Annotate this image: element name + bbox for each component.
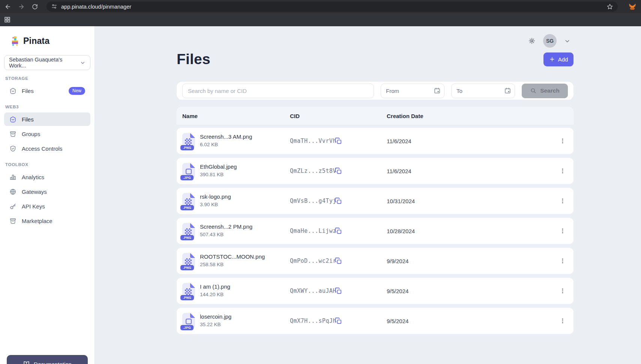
section-label-toolbox: TOOLBOX	[4, 156, 90, 170]
workspace-name: Sebastian Guaqueta's Work...	[9, 57, 80, 69]
files-icon	[9, 116, 17, 123]
section-label-storage: STORAGE	[4, 70, 90, 84]
column-header-name: Name	[182, 113, 198, 119]
copy-cid-button[interactable]	[335, 257, 342, 265]
copy-cid-button[interactable]	[335, 167, 342, 175]
table-header: Name CID Creation Date	[177, 107, 573, 125]
main-area: SG Files Add	[95, 26, 641, 364]
documentation-label: Documentation	[34, 361, 72, 364]
creation-date: 10/28/2024	[387, 228, 415, 234]
file-size: 3.90 KB	[200, 201, 231, 208]
creation-date: 10/31/2024	[387, 198, 415, 204]
back-icon[interactable]	[5, 3, 11, 10]
files-icon	[9, 87, 17, 94]
table-row[interactable]: .JPG losercoin.jpg 35.22 KB QmX7H...sPqJ…	[177, 308, 573, 334]
date-from-input[interactable]	[381, 84, 444, 98]
table-row[interactable]: .PNG Screensh...2 PM.png 507.43 KB QmaHe…	[177, 218, 573, 244]
file-type-icon: .PNG	[182, 193, 195, 209]
kebab-icon	[559, 318, 566, 324]
copy-icon	[335, 227, 342, 235]
sidebar-item-label: Access Controls	[22, 145, 62, 152]
file-name: Screensh...2 PM.png	[200, 223, 252, 231]
column-header-creation-date: Creation Date	[387, 113, 423, 119]
sidebar-item-label: Files	[22, 116, 34, 123]
copy-cid-button[interactable]	[335, 317, 342, 325]
row-menu-button[interactable]	[558, 286, 567, 296]
table-row[interactable]: .PNG rsk-logo.png 3.90 KB QmVsB...g4Tyj …	[177, 188, 573, 214]
table-row[interactable]: .PNG Screensh...3 AM.png 6.02 KB QmaTH..…	[177, 128, 573, 154]
sidebar-item-marketplace[interactable]: Marketplace	[4, 214, 90, 228]
search-input[interactable]	[182, 84, 374, 98]
file-size: 258.58 KB	[200, 261, 265, 268]
file-cid: QmXWY...auJAH	[290, 288, 336, 294]
file-name: I am (1).png	[200, 283, 230, 291]
copy-cid-button[interactable]	[335, 197, 342, 205]
bookmark-star-icon[interactable]	[606, 3, 613, 10]
copy-cid-button[interactable]	[335, 287, 342, 295]
row-menu-button[interactable]	[558, 316, 567, 326]
add-button-label: Add	[558, 56, 568, 63]
sidebar-item-files-web3[interactable]: Files	[4, 112, 90, 126]
file-type-icon: .PNG	[182, 283, 195, 299]
sidebar-item-label: API Keys	[22, 203, 45, 210]
address-bar[interactable]: app.pinata.cloud/pinmanager	[47, 1, 618, 12]
sidebar-item-files-storage[interactable]: Files New	[4, 84, 90, 97]
sidebar-item-label: Marketplace	[22, 218, 53, 224]
row-menu-button[interactable]	[558, 226, 567, 236]
file-ext-badge: .PNG	[180, 265, 194, 271]
kebab-icon	[559, 168, 566, 174]
copy-cid-button[interactable]	[335, 227, 342, 235]
row-menu-button[interactable]	[558, 166, 567, 176]
documentation-button[interactable]: Documentation	[7, 355, 88, 364]
metamask-extension-icon[interactable]	[628, 3, 636, 11]
forward-icon[interactable]	[18, 3, 25, 10]
box-icon	[9, 130, 17, 138]
plus-icon	[549, 56, 555, 62]
add-button[interactable]: Add	[543, 52, 573, 66]
filter-panel: Search	[177, 82, 573, 100]
browser-bookmarks-bar	[0, 13, 641, 26]
site-settings-icon[interactable]	[51, 3, 57, 10]
sidebar-item-groups[interactable]: Groups	[4, 127, 90, 141]
search-button[interactable]: Search	[522, 84, 568, 98]
creation-date: 9/9/2024	[387, 258, 408, 264]
file-type-icon: .JPG	[182, 163, 195, 179]
row-menu-button[interactable]	[558, 136, 567, 146]
file-size: 390.81 KB	[200, 171, 237, 178]
file-ext-badge: .PNG	[180, 295, 194, 301]
sidebar-item-api-keys[interactable]: API Keys	[4, 199, 90, 213]
row-menu-button[interactable]	[558, 196, 567, 206]
file-type-icon: .PNG	[182, 223, 195, 239]
kebab-icon	[559, 288, 566, 294]
kebab-icon	[559, 198, 566, 204]
file-name: losercoin.jpg	[200, 313, 231, 321]
section-label-web3: WEB3	[4, 99, 90, 112]
table-row[interactable]: .PNG ROOTSTOC...MOON.png 258.58 KB QmPoD…	[177, 248, 573, 274]
kebab-icon	[559, 258, 566, 264]
book-icon	[23, 361, 30, 364]
creation-date: 11/6/2024	[387, 168, 411, 174]
apps-grid-icon[interactable]	[4, 16, 11, 23]
chevron-down-icon	[80, 60, 86, 66]
sidebar-item-access-controls[interactable]: Access Controls	[4, 142, 90, 155]
file-ext-badge: .PNG	[180, 145, 194, 151]
table-row[interactable]: .PNG I am (1).png 144.20 KB QmXWY...auJA…	[177, 278, 573, 304]
file-cid: QmaTH...VvrVh	[290, 138, 336, 144]
reload-icon[interactable]	[32, 3, 38, 10]
date-to-input[interactable]	[451, 84, 515, 98]
copy-icon	[335, 137, 342, 145]
search-icon	[530, 87, 537, 94]
file-type-icon: .PNG	[182, 133, 195, 149]
sidebar-item-gateways[interactable]: Gateways	[4, 185, 90, 198]
file-name: rsk-logo.png	[200, 193, 231, 201]
row-menu-button[interactable]	[558, 256, 567, 266]
pinata-logo[interactable]: Pinata	[4, 36, 90, 46]
copy-cid-button[interactable]	[335, 137, 342, 145]
file-size: 507.43 KB	[200, 231, 252, 238]
sidebar-item-analytics[interactable]: Analytics	[4, 170, 90, 184]
copy-icon	[335, 197, 342, 205]
table-row[interactable]: .JPG EthGlobal.jpeg 390.81 KB QmZLz...z5…	[177, 158, 573, 184]
copy-icon	[335, 257, 342, 265]
workspace-selector[interactable]: Sebastian Guaqueta's Work...	[4, 55, 90, 70]
bar-chart-icon	[9, 174, 17, 181]
